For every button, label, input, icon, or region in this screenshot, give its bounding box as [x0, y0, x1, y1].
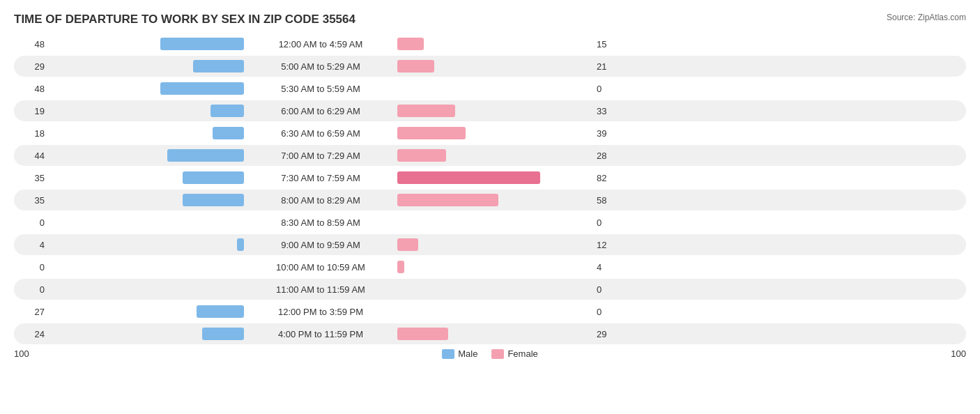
male-bar [193, 60, 244, 72]
source-text: Source: ZipAtlas.com [887, 13, 966, 22]
female-bar [397, 171, 540, 184]
left-bar-area [49, 261, 244, 273]
male-bar [197, 305, 244, 318]
scale-right: 100 [924, 348, 966, 359]
male-bar [213, 127, 244, 139]
male-bar [202, 328, 244, 340]
legend-male-box [442, 349, 454, 359]
female-bar [397, 328, 448, 340]
left-value: 35 [14, 173, 49, 183]
left-value: 0 [14, 284, 49, 295]
left-value: 48 [14, 39, 49, 49]
left-value: 29 [14, 61, 49, 72]
row-label: 5:00 AM to 5:29 AM [244, 61, 397, 72]
row-label: 12:00 AM to 4:59 AM [244, 39, 397, 49]
left-value: 35 [14, 195, 49, 206]
bottom-area: 100 Male Female 100 [14, 348, 966, 359]
male-bar [183, 194, 244, 206]
left-value: 48 [14, 84, 49, 94]
row-label: 9:00 AM to 9:59 AM [244, 240, 397, 250]
female-bar [397, 238, 418, 251]
table-row: 35 7:30 AM to 7:59 AM 82 [14, 167, 966, 188]
table-row: 0 11:00 AM to 11:59 AM 0 [14, 279, 966, 300]
legend-male: Male [442, 348, 477, 359]
row-label: 11:00 AM to 11:59 AM [244, 284, 397, 295]
right-bar-area [397, 261, 592, 273]
table-row: 18 6:30 AM to 6:59 AM 39 [14, 123, 966, 144]
male-bar [160, 38, 244, 50]
legend-female-box [491, 349, 504, 359]
female-bar [397, 105, 455, 117]
left-bar-area [49, 105, 244, 117]
row-label: 6:30 AM to 6:59 AM [244, 128, 397, 139]
legend: Male Female [442, 348, 538, 359]
left-bar-area [49, 194, 244, 206]
table-row: 44 7:00 AM to 7:29 AM 28 [14, 145, 966, 166]
chart-title: TIME OF DEPARTURE TO WORK BY SEX IN ZIP … [14, 13, 966, 26]
left-bar-area [49, 283, 244, 296]
female-bar [397, 60, 434, 72]
right-value: 0 [592, 307, 627, 317]
right-bar-area [397, 216, 592, 229]
right-bar-area [397, 105, 592, 117]
male-bar [167, 149, 244, 162]
legend-female-label: Female [507, 348, 537, 359]
right-value: 33 [592, 106, 627, 116]
left-bar-area [49, 238, 244, 251]
right-bar-area [397, 127, 592, 139]
female-bar [397, 261, 404, 273]
female-bar [397, 38, 424, 50]
right-value: 21 [592, 61, 627, 72]
right-value: 29 [592, 329, 627, 339]
left-bar-area [49, 82, 244, 95]
left-value: 24 [14, 329, 49, 339]
row-label: 6:00 AM to 6:29 AM [244, 106, 397, 116]
table-row: 27 12:00 PM to 3:59 PM 0 [14, 301, 966, 322]
right-bar-area [397, 149, 592, 162]
table-row: 4 9:00 AM to 9:59 AM 12 [14, 234, 966, 255]
scale-left: 100 [14, 348, 56, 359]
right-value: 4 [592, 262, 627, 273]
row-label: 7:30 AM to 7:59 AM [244, 173, 397, 183]
female-bar [397, 127, 466, 139]
right-value: 39 [592, 128, 627, 139]
right-value: 15 [592, 39, 627, 49]
right-value: 82 [592, 173, 627, 183]
left-bar-area [49, 171, 244, 184]
right-value: 12 [592, 240, 627, 250]
left-value: 0 [14, 217, 49, 228]
right-bar-area [397, 283, 592, 296]
right-bar-area [397, 171, 592, 184]
right-bar-area [397, 38, 592, 50]
left-value: 0 [14, 262, 49, 273]
table-row: 35 8:00 AM to 8:29 AM 58 [14, 190, 966, 210]
row-label: 12:00 PM to 3:59 PM [244, 307, 397, 317]
female-bar [397, 149, 446, 162]
right-bar-area [397, 238, 592, 251]
row-label: 10:00 AM to 10:59 AM [244, 262, 397, 273]
row-label: 8:30 AM to 8:59 AM [244, 217, 397, 228]
table-row: 29 5:00 AM to 5:29 AM 21 [14, 56, 966, 77]
female-bar [397, 194, 498, 206]
male-bar [183, 171, 244, 184]
row-label: 7:00 AM to 7:29 AM [244, 151, 397, 161]
left-bar-area [49, 328, 244, 340]
left-value: 19 [14, 106, 49, 116]
row-label: 4:00 PM to 11:59 PM [244, 329, 397, 339]
right-value: 0 [592, 284, 627, 295]
left-value: 4 [14, 240, 49, 250]
chart-container: TIME OF DEPARTURE TO WORK BY SEX IN ZIP … [0, 0, 980, 414]
left-bar-area [49, 127, 244, 139]
right-value: 0 [592, 217, 627, 228]
row-label: 5:30 AM to 5:59 AM [244, 84, 397, 94]
left-value: 44 [14, 151, 49, 161]
right-bar-area [397, 305, 592, 318]
table-row: 48 5:30 AM to 5:59 AM 0 [14, 78, 966, 99]
left-bar-area [49, 216, 244, 229]
right-bar-area [397, 60, 592, 72]
row-label: 8:00 AM to 8:29 AM [244, 195, 397, 206]
left-value: 27 [14, 307, 49, 317]
table-row: 0 8:30 AM to 8:59 AM 0 [14, 212, 966, 233]
male-bar [210, 105, 244, 117]
left-bar-area [49, 305, 244, 318]
